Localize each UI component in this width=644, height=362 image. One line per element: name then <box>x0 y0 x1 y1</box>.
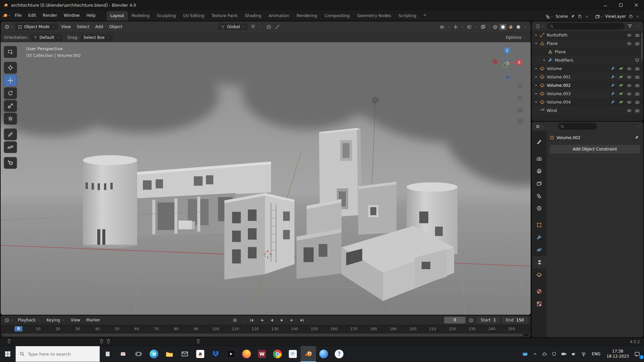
properties-tab-data[interactable] <box>532 268 546 281</box>
editor-type-button[interactable] <box>534 23 545 29</box>
onedrive-icon[interactable] <box>540 346 549 362</box>
battery-icon[interactable] <box>559 346 569 362</box>
navigation-gizmo[interactable]: Z X <box>490 44 525 81</box>
properties-tab-texture[interactable] <box>532 298 546 310</box>
taskbar-app-amazon[interactable]: a <box>193 346 208 362</box>
timeline-scrollbar[interactable] <box>3 334 529 336</box>
properties-options-dropdown[interactable] <box>635 124 641 129</box>
taskbar-app-dropbox[interactable] <box>208 346 223 362</box>
disable-in-renders-toggle[interactable] <box>634 75 641 79</box>
taskbar-app-blender[interactable] <box>301 346 316 362</box>
visibility-dropdown[interactable] <box>446 24 451 29</box>
gizmo-negx-ball[interactable] <box>493 59 498 64</box>
pin-icon[interactable] <box>634 135 640 140</box>
outliner-search-field[interactable] <box>547 23 625 29</box>
properties-tab-world[interactable] <box>532 202 546 215</box>
menu-edit[interactable]: Edit <box>25 10 39 21</box>
physics-orbit-icon[interactable] <box>618 100 625 104</box>
physics-orbit-icon[interactable] <box>618 66 625 71</box>
hide-in-viewport-toggle[interactable] <box>626 75 633 79</box>
outliner-item-volume-001[interactable]: Volume.001 <box>532 73 643 81</box>
jump-to-end-button[interactable] <box>299 317 306 323</box>
show-hidden-icons-chevron[interactable] <box>530 346 540 362</box>
taskbar-app-pinned-2[interactable] <box>115 346 131 362</box>
tab-texture-paint[interactable]: Texture Paint <box>208 11 241 21</box>
properties-tab-scene[interactable] <box>532 190 546 202</box>
network-wifi-icon[interactable] <box>579 346 589 362</box>
disable-in-renders-toggle[interactable] <box>634 92 641 96</box>
previous-keyframe-button[interactable] <box>258 317 265 323</box>
timeline-menu-playback[interactable]: Playback <box>15 318 44 322</box>
viewport-menu-select[interactable]: Select <box>74 24 92 29</box>
outliner-item-volume-004[interactable]: Volume.004 <box>532 98 643 106</box>
gizmo-dropdown[interactable] <box>460 24 465 29</box>
outliner-item-plane[interactable]: Plane <box>532 48 643 56</box>
pan-button[interactable] <box>517 95 524 102</box>
hide-in-viewport-toggle[interactable] <box>626 83 633 88</box>
disclosure-closed-icon[interactable] <box>542 58 547 62</box>
taskbar-app-chrome[interactable] <box>270 346 285 362</box>
taskbar-app-word[interactable]: W <box>254 346 270 362</box>
viewport-menu-add[interactable]: Add <box>92 24 106 29</box>
taskbar-app-task-view[interactable] <box>131 346 146 362</box>
properties-tab-render[interactable] <box>532 153 546 165</box>
maximize-button[interactable] <box>613 0 629 10</box>
outliner-item-volume-002[interactable]: Volume.002 <box>532 81 643 89</box>
tool-measure[interactable] <box>4 141 17 153</box>
toggle-ortho-button[interactable] <box>517 118 524 125</box>
disclosure-closed-icon[interactable] <box>534 67 539 70</box>
disable-in-renders-toggle[interactable] <box>634 108 641 113</box>
outliner-item-plane[interactable]: Plane <box>532 39 643 48</box>
tab-shading[interactable]: Shading <box>241 11 265 21</box>
orientation-dropdown[interactable]: Global <box>218 23 248 30</box>
properties-tab-output[interactable] <box>532 165 546 177</box>
mode-dropdown[interactable]: Object Mode <box>15 23 58 30</box>
outliner-item-volume-003[interactable]: Volume.003 <box>532 89 643 98</box>
wrench-icon[interactable] <box>609 75 616 79</box>
hide-in-viewport-toggle[interactable] <box>626 108 633 113</box>
timeline-menu-view[interactable]: View <box>68 318 83 322</box>
gizmo-negz-ball[interactable] <box>505 75 510 80</box>
menu-help[interactable]: Help <box>83 10 98 21</box>
taskbar-app-media[interactable] <box>223 346 239 362</box>
show-overlays-button[interactable] <box>466 24 473 30</box>
action-center-icon[interactable]: 3 <box>632 346 644 362</box>
tool-scale[interactable] <box>4 100 17 112</box>
editor-type-button[interactable] <box>3 317 14 323</box>
pin-icon[interactable] <box>570 14 576 19</box>
viewport-canvas[interactable]: User Perspective (0) Collection | Volume… <box>1 42 531 315</box>
editor-type-button[interactable] <box>534 123 545 130</box>
filter-icon[interactable] <box>627 23 633 29</box>
snap-dropdown[interactable] <box>258 24 264 29</box>
volume-icon[interactable] <box>569 346 579 362</box>
disclosure-closed-icon[interactable] <box>534 100 539 104</box>
minimize-button[interactable] <box>598 0 613 10</box>
wrench-icon[interactable] <box>609 100 616 104</box>
properties-tab-object[interactable] <box>532 219 546 231</box>
language-indicator[interactable]: ENG <box>589 352 603 356</box>
tab-scripting[interactable]: Scripting <box>395 11 420 21</box>
disclosure-closed-icon[interactable] <box>534 75 539 79</box>
blender-menu-icon[interactable] <box>2 13 11 18</box>
filter-dropdown[interactable] <box>635 24 641 28</box>
scene-name[interactable]: Scene <box>555 14 568 19</box>
disable-in-renders-toggle[interactable] <box>634 83 641 88</box>
camera-view-button[interactable] <box>517 107 524 113</box>
tool-add-cube[interactable] <box>4 157 17 169</box>
start-frame-field[interactable]: Start 1 <box>477 317 500 323</box>
object-visibility-button[interactable] <box>438 24 445 30</box>
outliner-scrollbar[interactable] <box>641 33 643 60</box>
taskbar-app-edge[interactable]: e <box>146 346 162 362</box>
disclosure-open-icon[interactable] <box>534 42 539 45</box>
properties-tab-modifiers[interactable] <box>532 231 546 244</box>
remove-viewlayer-icon[interactable] <box>635 14 641 19</box>
sun-lamp[interactable] <box>372 97 379 104</box>
hide-in-viewport-toggle[interactable] <box>626 41 633 46</box>
physics-orbit-icon[interactable] <box>618 92 625 96</box>
disable-in-renders-toggle[interactable] <box>634 33 641 38</box>
tool-cursor[interactable] <box>4 62 17 73</box>
wrench-icon[interactable] <box>609 92 616 96</box>
outliner-item-modifiers[interactable]: Modifiers <box>532 56 643 64</box>
tab-uv-editing[interactable]: UV Editing <box>179 11 208 21</box>
disable-in-renders-toggle[interactable] <box>634 66 641 71</box>
